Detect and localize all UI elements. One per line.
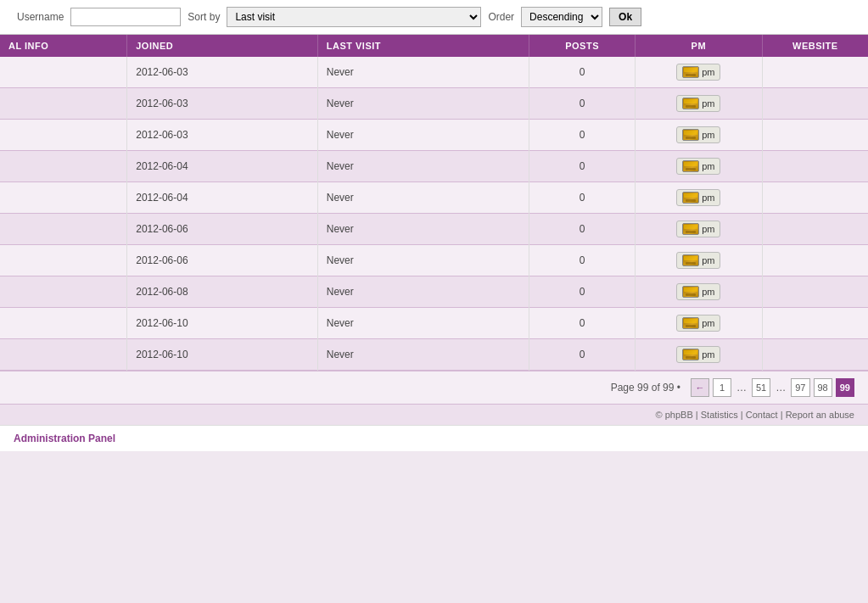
cell-pm: pm xyxy=(636,57,763,88)
order-select[interactable]: DescendingAscending xyxy=(521,7,602,27)
dots-1: … xyxy=(735,382,748,394)
cell-pm: pm xyxy=(636,151,763,182)
cell-lastvisit: Never xyxy=(317,339,529,371)
cell-personal xyxy=(0,151,127,182)
admin-panel-bar: Administration Panel xyxy=(0,425,868,451)
cell-lastvisit: Never xyxy=(317,57,529,88)
table-row: 2012-06-10Never0 pm xyxy=(0,308,868,339)
statistics-link[interactable]: Statistics xyxy=(701,410,738,420)
cell-pm: pm xyxy=(636,88,763,120)
cell-lastvisit: Never xyxy=(317,182,529,214)
users-table: AL INFO JOINED LAST VISIT POSTS PM WEBSI… xyxy=(0,35,868,371)
table-row: 2012-06-03Never0 pm xyxy=(0,120,868,151)
cell-website xyxy=(762,151,868,182)
cell-joined: 2012-06-04 xyxy=(127,182,318,214)
table-header-row: AL INFO JOINED LAST VISIT POSTS PM WEBSI… xyxy=(0,35,868,57)
table-row: 2012-06-03Never0 pm xyxy=(0,88,868,120)
col-header-joined: JOINED xyxy=(127,35,318,57)
table-row: 2012-06-08Never0 pm xyxy=(0,276,868,308)
pm-button[interactable]: pm xyxy=(676,158,720,175)
cell-joined: 2012-06-08 xyxy=(127,276,318,308)
pm-icon xyxy=(682,160,699,172)
cell-joined: 2012-06-10 xyxy=(127,339,318,371)
cell-website xyxy=(762,57,868,88)
cell-lastvisit: Never xyxy=(317,276,529,308)
table-row: 2012-06-06Never0 pm xyxy=(0,245,868,276)
cell-joined: 2012-06-06 xyxy=(127,214,318,245)
cell-pm: pm xyxy=(636,308,763,339)
page-btn-51[interactable]: 51 xyxy=(752,378,770,397)
table-row: 2012-06-10Never0 pm xyxy=(0,339,868,371)
cell-personal xyxy=(0,120,127,151)
cell-pm: pm xyxy=(636,339,763,371)
cell-pm: pm xyxy=(636,214,763,245)
cell-website xyxy=(762,120,868,151)
cell-personal xyxy=(0,308,127,339)
pm-button[interactable]: pm xyxy=(676,189,720,206)
col-header-pm: PM xyxy=(636,35,763,57)
cell-website xyxy=(762,214,868,245)
cell-posts: 0 xyxy=(529,182,636,214)
ok-button[interactable]: Ok xyxy=(609,8,641,26)
dots-2: … xyxy=(774,382,787,394)
col-header-posts: POSTS xyxy=(529,35,636,57)
col-header-lastvisit: LAST VISIT xyxy=(317,35,529,57)
cell-joined: 2012-06-03 xyxy=(127,88,318,120)
pm-button[interactable]: pm xyxy=(676,95,720,112)
page-text: Page xyxy=(611,382,637,394)
contact-link[interactable]: Contact xyxy=(746,410,778,420)
cell-joined: 2012-06-06 xyxy=(127,245,318,276)
cell-personal xyxy=(0,245,127,276)
cell-posts: 0 xyxy=(529,276,636,308)
page-btn-98[interactable]: 98 xyxy=(814,378,832,397)
pm-button[interactable]: pm xyxy=(676,221,720,237)
cell-website xyxy=(762,88,868,120)
footer-bar: © phpBB | Statistics | Contact | Report … xyxy=(0,404,868,425)
sort-select[interactable]: Last visitUsernameJoin datePosts xyxy=(227,7,481,27)
cell-posts: 0 xyxy=(529,88,636,120)
cell-website xyxy=(762,308,868,339)
cell-personal xyxy=(0,182,127,214)
cell-joined: 2012-06-04 xyxy=(127,151,318,182)
username-input[interactable] xyxy=(70,8,181,26)
pm-label: pm xyxy=(702,318,714,328)
pm-icon xyxy=(682,98,699,109)
pm-icon xyxy=(682,192,699,204)
pm-button[interactable]: pm xyxy=(676,315,720,332)
pm-button[interactable]: pm xyxy=(676,64,720,81)
cell-lastvisit: Never xyxy=(317,308,529,339)
cell-joined: 2012-06-10 xyxy=(127,308,318,339)
cell-website xyxy=(762,245,868,276)
sort-label: Sort by xyxy=(188,11,220,23)
pm-icon xyxy=(682,66,699,78)
pm-button[interactable]: pm xyxy=(676,252,720,269)
prev-page-button[interactable]: ← xyxy=(691,378,709,397)
table-row: 2012-06-06Never0 pm xyxy=(0,214,868,245)
pm-button[interactable]: pm xyxy=(676,346,720,363)
pm-icon xyxy=(682,223,699,235)
cell-pm: pm xyxy=(636,276,763,308)
copyright: © phpBB xyxy=(656,410,693,420)
pm-button[interactable]: pm xyxy=(676,283,720,300)
bullet: • xyxy=(677,382,680,394)
cell-pm: pm xyxy=(636,182,763,214)
cell-website xyxy=(762,276,868,308)
pm-icon xyxy=(682,286,699,298)
page-btn-97[interactable]: 97 xyxy=(791,378,809,397)
cell-joined: 2012-06-03 xyxy=(127,57,318,88)
pm-icon xyxy=(682,317,699,329)
page-btn-99[interactable]: 99 xyxy=(836,378,854,397)
pm-icon xyxy=(682,349,699,360)
pm-button[interactable]: pm xyxy=(676,126,720,143)
pm-label: pm xyxy=(702,161,714,171)
table-row: 2012-06-04Never0 pm xyxy=(0,182,868,214)
cell-website xyxy=(762,339,868,371)
page-btn-1[interactable]: 1 xyxy=(713,378,731,397)
pm-label: pm xyxy=(702,67,714,77)
report-abuse-link[interactable]: Report an abuse xyxy=(786,410,854,420)
pm-label: pm xyxy=(702,98,714,109)
cell-posts: 0 xyxy=(529,245,636,276)
username-label: Username xyxy=(17,11,64,23)
cell-posts: 0 xyxy=(529,120,636,151)
cell-personal xyxy=(0,339,127,371)
